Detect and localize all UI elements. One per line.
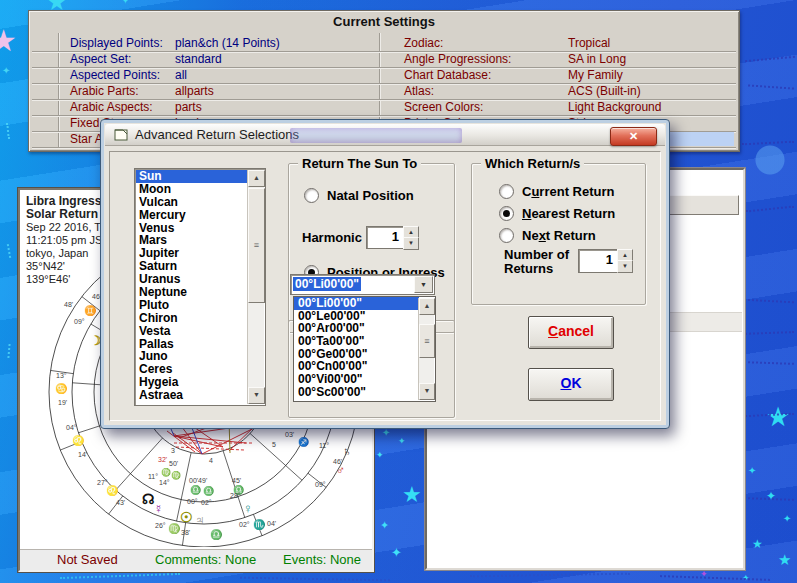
wheel-label: 14°: [159, 479, 170, 486]
row-label: Zodiac:: [404, 35, 443, 51]
dotted-line: [745, 56, 795, 62]
star-icon: ✦: [398, 437, 406, 446]
down-arrow-icon: ▼: [622, 263, 628, 269]
list-item[interactable]: Pluto: [136, 299, 247, 312]
row-label: Chart Database:: [404, 67, 491, 83]
wheel-label: 43': [116, 499, 125, 506]
combobox-dropdown-button[interactable]: ▼: [414, 276, 433, 293]
next-return-option[interactable]: Next Return: [499, 228, 596, 243]
desktop: ★★✦✦✦✦✦★✦✦★✦✦✦★★✦✦ Current Settings Disp…: [0, 0, 797, 583]
dropdown-items: 00°Li00'00" 00°Le00'00" 00°Ar00'00" 00°T…: [294, 297, 419, 401]
list-item[interactable]: Chiron: [136, 312, 247, 325]
natal-position-option[interactable]: Natal Position: [304, 188, 414, 203]
harmonic-spin-down[interactable]: ▼: [403, 237, 419, 250]
current-return-option[interactable]: Current Return: [499, 184, 614, 199]
comments-status: Comments: None: [155, 552, 256, 567]
star-icon: ✦: [376, 451, 384, 460]
dotted-line: [748, 84, 794, 89]
wheel-label: ♋: [55, 382, 68, 395]
scroll-up-icon[interactable]: ▲: [248, 170, 265, 187]
cancel-button[interactable]: Cancel: [528, 316, 614, 349]
dotted-line: [470, 573, 630, 578]
row-label: Arabic Aspects:: [70, 99, 153, 115]
planet-list-scrollbar[interactable]: ▲ ≡ ▼: [247, 170, 264, 404]
list-item[interactable]: Mercury: [136, 209, 247, 222]
radio-button[interactable]: [499, 206, 514, 221]
number-of-returns-input[interactable]: 1: [578, 249, 618, 273]
list-item[interactable]: Astraea: [136, 389, 247, 402]
nearest-return-option[interactable]: Nearest Return: [499, 206, 615, 221]
star-icon: ✦: [700, 570, 708, 579]
table-row: Displayed Points:plan&ch (14 Points)Zodi…: [32, 35, 736, 52]
wheel-label: 11°: [319, 442, 329, 449]
wheel-label: ♊: [84, 304, 97, 317]
star-icon: ★: [778, 552, 791, 567]
close-button[interactable]: ✕: [610, 127, 657, 146]
wheel-label: 32': [158, 456, 167, 463]
returns-spin-down[interactable]: ▼: [617, 260, 633, 273]
list-item[interactable]: Vulcan: [136, 196, 247, 209]
row-label: Atlas:: [404, 83, 434, 99]
star-icon: ★: [766, 404, 790, 431]
up-arrow-icon: ▲: [408, 229, 414, 235]
row-value: Light Background: [568, 99, 661, 115]
scroll-down-icon[interactable]: ▼: [419, 383, 435, 400]
dotted-line: [742, 141, 794, 146]
scroll-up-icon[interactable]: ▲: [419, 298, 435, 315]
star-icon: ✦: [783, 514, 791, 524]
dotted-line: [6, 123, 9, 139]
scroll-thumb[interactable]: ≡: [419, 324, 435, 358]
dropdown-scrollbar[interactable]: ▲ ≡ ▼: [418, 298, 434, 400]
wheel-label: ♌: [72, 434, 85, 447]
position-combobox[interactable]: 00°Li00'00" ▼: [290, 274, 435, 295]
radio-label: Natal Position: [327, 188, 414, 203]
ok-button[interactable]: OK: [528, 368, 614, 401]
row-value: ACS (Built-in): [568, 83, 641, 99]
list-item[interactable]: Moon: [136, 183, 247, 196]
dotted-line: [744, 299, 794, 304]
wheel-label: ♎: [190, 484, 202, 496]
scroll-down-icon[interactable]: ▼: [248, 387, 265, 404]
row-label: Displayed Points:: [70, 35, 163, 51]
wheel-label: 5: [272, 441, 276, 448]
wheel-label: 02°: [239, 521, 250, 528]
star-icon: ✦: [382, 428, 390, 438]
planet-listbox[interactable]: Sun Moon Vulcan Mercury Venus Mars Jupit…: [134, 168, 266, 406]
table-row: Aspected Points:allChart Database:My Fam…: [32, 67, 736, 84]
wheel-label: 04': [267, 520, 276, 527]
row-label: Screen Colors:: [404, 99, 483, 115]
star-icon: ✦: [391, 546, 402, 559]
radio-button[interactable]: [499, 228, 514, 243]
combobox-value: 00°Li00'00": [293, 277, 361, 291]
radio-button[interactable]: [304, 188, 319, 203]
dropdown-item[interactable]: 00°Li00'00": [294, 297, 419, 310]
dotted-line: [7, 244, 11, 258]
advanced-return-selections-dialog: Advanced Return Selections ✕ Sun Moon Vu…: [100, 119, 670, 429]
scroll-thumb[interactable]: ≡: [248, 188, 265, 303]
harmonic-input[interactable]: 1: [366, 226, 404, 249]
number-of-label: Number of: [504, 247, 569, 262]
radio-label: Current Return: [522, 184, 614, 199]
dotted-line: [746, 205, 794, 212]
dropdown-item[interactable]: 00°Ta00'00": [294, 335, 419, 348]
list-item[interactable]: Neptune: [136, 286, 247, 299]
list-item[interactable]: Vesta: [136, 325, 247, 338]
radio-button[interactable]: [499, 184, 514, 199]
wheel-label: 14': [78, 451, 87, 458]
group-title: Which Return/s: [481, 156, 584, 171]
radio-label: Next Return: [522, 228, 596, 243]
settings-title: Current Settings: [29, 14, 739, 29]
position-dropdown-list[interactable]: 00°Li00'00" 00°Le00'00" 00°Ar00'00" 00°T…: [293, 296, 436, 402]
wheel-label: 50': [169, 460, 178, 467]
wheel-label: ♃: [195, 512, 205, 527]
wheel-label: ♎: [210, 528, 223, 541]
wheel-label: 26°: [155, 522, 166, 529]
star-icon: ✦: [742, 574, 750, 583]
dropdown-item[interactable]: 00°Sc00'00": [294, 386, 419, 399]
dialog-titlebar[interactable]: Advanced Return Selections ✕: [105, 124, 665, 146]
star-icon: ✦: [748, 466, 756, 476]
list-item[interactable]: Sun: [136, 170, 247, 183]
row-value: all: [175, 67, 187, 83]
dropdown-item[interactable]: 00°Vi00'00": [294, 373, 419, 386]
star-icon: ✦: [2, 66, 10, 76]
